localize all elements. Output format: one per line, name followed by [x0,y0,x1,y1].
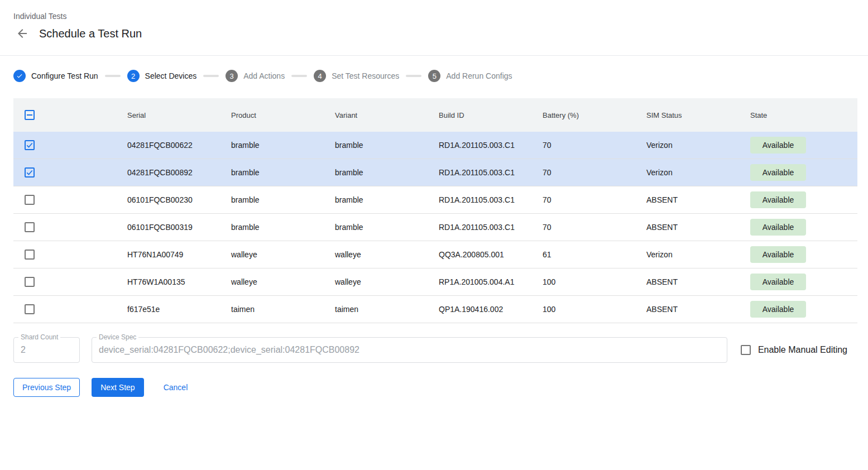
cell-serial: HT76N1A00749 [127,250,231,259]
enable-manual-editing-checkbox[interactable] [741,345,751,355]
step-number-badge: 5 [428,70,440,82]
cell-product: walleye [231,250,335,259]
cell-variant: bramble [335,141,439,150]
select-all-checkbox[interactable] [25,110,35,120]
cell-product: bramble [231,195,335,204]
step-label: Select Devices [145,71,197,80]
indeterminate-dash-icon [27,114,32,116]
table-row[interactable]: HT76N1A00749walleyewalleyeQQ3A.200805.00… [13,241,857,268]
cell-battery: 70 [543,141,646,150]
shard-count-label: Shard Count [18,333,60,341]
cell-build-id: QQ3A.200805.001 [439,250,543,259]
step-number-badge: 4 [314,70,326,82]
stepper-step-configure-test-run[interactable]: Configure Test Run [13,70,98,82]
column-header-build-id: Build ID [439,111,543,119]
row-checkbox[interactable] [25,140,35,150]
cell-product: bramble [231,223,335,232]
cancel-button[interactable]: Cancel [155,378,197,397]
cell-sim-status: ABSENT [646,195,750,204]
table-row[interactable]: 06101FQCB00230bramblebrambleRD1A.201105.… [13,186,857,214]
header-divider [0,55,868,56]
row-checkbox[interactable] [25,195,35,205]
enable-manual-editing-label: Enable Manual Editing [758,345,847,355]
table-row[interactable]: 04281FQCB00892bramblebrambleRD1A.201105.… [13,159,857,186]
cell-battery: 100 [543,305,646,314]
state-chip: Available [750,274,806,290]
table-row[interactable]: 06101FQCB00319bramblebrambleRD1A.201105.… [13,214,857,241]
table-row[interactable]: HT76W1A00135walleyewalleyeRP1A.201005.00… [13,268,857,296]
step-number-badge: 2 [127,70,140,82]
previous-step-button[interactable]: Previous Step [13,378,80,397]
cell-variant: walleye [335,250,439,259]
state-chip: Available [750,219,806,236]
row-checkbox[interactable] [25,222,35,232]
step-label: Add Actions [243,71,285,80]
device-spec-label: Device Spec [97,333,138,341]
table-row[interactable]: 04281FQCB00622bramblebrambleRD1A.201105.… [13,132,857,159]
cell-build-id: RD1A.201105.003.C1 [439,223,543,232]
step-check-icon [13,70,26,82]
column-header-battery: Battery (%) [543,111,646,119]
cell-serial: 06101FQCB00319 [127,223,231,232]
next-step-button[interactable]: Next Step [92,378,143,397]
row-checkbox[interactable] [25,167,35,178]
table-header-row: Serial Product Variant Build ID Battery … [13,98,857,132]
step-label: Set Test Resources [332,71,399,80]
step-connector [105,75,121,77]
step-connector [291,75,307,77]
state-chip: Available [750,164,806,181]
cell-sim-status: ABSENT [646,305,750,314]
stepper-step-add-actions[interactable]: 3Add Actions [226,70,285,82]
table-row[interactable]: f617e51etaimentaimenQP1A.190416.002100AB… [13,296,857,323]
cell-variant: bramble [335,223,439,232]
stepper: Configure Test Run2Select Devices3Add Ac… [13,69,868,83]
cell-build-id: QP1A.190416.002 [439,305,543,314]
stepper-step-select-devices[interactable]: 2Select Devices [127,70,197,82]
cell-sim-status: ABSENT [646,223,750,232]
cell-product: bramble [231,168,335,177]
cell-variant: bramble [335,195,439,204]
state-chip: Available [750,191,806,208]
cell-product: walleye [231,277,335,286]
page-title: Schedule a Test Run [39,27,142,40]
cell-serial: 06101FQCB00230 [127,195,231,204]
row-checkbox[interactable] [25,277,35,287]
step-label: Configure Test Run [31,71,98,80]
device-spec-value: device_serial:04281FQCB00622;device_seri… [92,338,727,355]
cell-sim-status: ABSENT [646,277,750,286]
cell-battery: 70 [543,168,646,177]
cell-sim-status: Verizon [646,168,750,177]
cell-serial: 04281FQCB00622 [127,141,231,150]
shard-count-field[interactable]: Shard Count 2 [13,337,80,363]
enable-manual-editing-toggle[interactable]: Enable Manual Editing [741,345,847,355]
cell-variant: taimen [335,305,439,314]
column-header-sim-status: SIM Status [646,111,750,119]
state-chip: Available [750,246,806,263]
cell-battery: 70 [543,195,646,204]
cell-product: bramble [231,141,335,150]
stepper-step-set-test-resources[interactable]: 4Set Test Resources [314,70,399,82]
state-chip: Available [750,137,806,154]
cell-serial: f617e51e [127,305,231,314]
column-header-serial: Serial [127,111,231,119]
column-header-state: State [750,111,857,119]
cell-battery: 61 [543,250,646,259]
row-checkbox[interactable] [25,304,35,314]
cell-product: taimen [231,305,335,314]
device-table: Serial Product Variant Build ID Battery … [13,98,857,323]
cell-serial: 04281FQCB00892 [127,168,231,177]
device-spec-field[interactable]: Device Spec device_serial:04281FQCB00622… [92,337,727,363]
back-button[interactable] [16,27,29,40]
state-chip: Available [750,301,806,318]
column-header-product: Product [231,111,335,119]
step-number-badge: 3 [226,70,238,82]
cell-variant: bramble [335,168,439,177]
stepper-step-add-rerun-configs[interactable]: 5Add Rerun Configs [428,70,512,82]
breadcrumb: Individual Tests [13,12,868,21]
cell-serial: HT76W1A00135 [127,277,231,286]
cell-sim-status: Verizon [646,141,750,150]
row-checkbox[interactable] [25,250,35,260]
cell-build-id: RP1A.201005.004.A1 [439,277,543,286]
cell-variant: walleye [335,277,439,286]
arrow-back-icon [16,27,29,40]
